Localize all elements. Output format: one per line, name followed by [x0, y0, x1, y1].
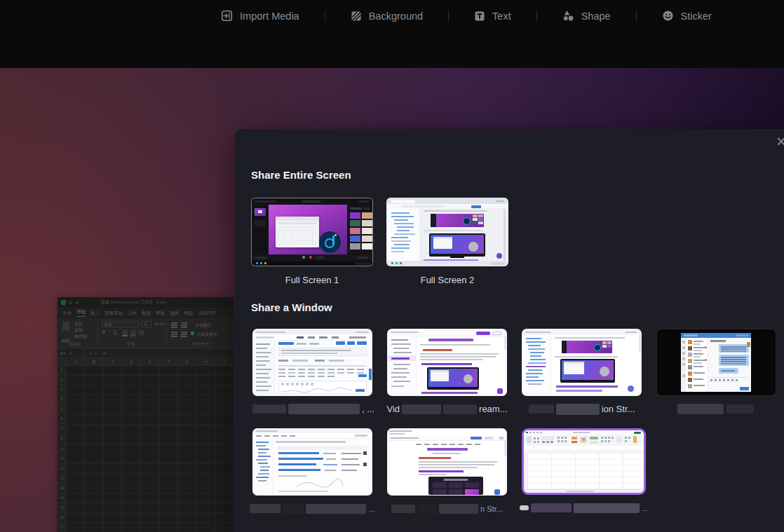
- window-3-preview: [522, 329, 641, 395]
- share-a-window-heading: Share a Window: [251, 301, 332, 313]
- top-black-area: Import Media Background Text Shape: [0, 0, 784, 68]
- excel-window-title: 新建 Microsoft Excel 工作表 - Excel: [101, 299, 167, 306]
- thumbnail-window-4[interactable]: [656, 329, 776, 396]
- excel-quick-access: [75, 301, 79, 304]
- fullscreen-row: Full Screen 1: [251, 198, 508, 285]
- excel-quick-access: [69, 301, 72, 304]
- background-icon: [351, 11, 362, 22]
- background-button[interactable]: Background: [325, 11, 448, 22]
- excel-copy-label: 复制: [74, 327, 83, 334]
- sticker-label: Sticker: [681, 11, 712, 22]
- thumbnail-window-3[interactable]: [522, 329, 642, 396]
- excel-tab[interactable]: 万兴PDF: [198, 311, 216, 317]
- excel-cells: [66, 365, 234, 532]
- excel-align-group: 对齐方式: [192, 341, 209, 348]
- full-screen-2-preview: [387, 198, 508, 266]
- text-button[interactable]: Text: [449, 11, 536, 22]
- window-6-label: n Str...: [391, 503, 503, 514]
- share-screen-dialog: × Share Entire Screen: [235, 129, 784, 532]
- thumbnail-full-screen-2[interactable]: [386, 198, 508, 266]
- excel-font-name: 等线: [104, 322, 112, 328]
- window-4-label: [677, 403, 756, 415]
- import-icon: [221, 10, 233, 22]
- window-2-preview: [388, 329, 506, 395]
- excel-font-group: 字体: [126, 341, 135, 348]
- thumbnail-window-2[interactable]: [387, 329, 507, 396]
- editor-toolbar: Import Media Background Text Shape: [0, 0, 784, 32]
- excel-clipboard-group: 剪贴板: [69, 341, 81, 348]
- excel-grid: 123456789101112131415161718: [58, 365, 234, 532]
- window-2-label: Vid ream...: [386, 403, 507, 415]
- window-4-preview: [657, 329, 776, 395]
- excel-merge-label: 合并后居中: [196, 332, 217, 338]
- import-media-label: Import Media: [240, 11, 299, 22]
- excel-tab[interactable]: 视图: [170, 311, 179, 317]
- excel-tab[interactable]: 审阅: [156, 311, 165, 317]
- excel-tab[interactable]: 开始: [76, 309, 86, 317]
- shape-icon: [562, 10, 574, 22]
- excel-tab[interactable]: 页面布局: [104, 311, 123, 317]
- close-icon[interactable]: ×: [776, 135, 784, 148]
- window-row-1: , ...: [252, 329, 776, 415]
- window-1-label: , ...: [250, 403, 374, 415]
- thumbnail-window-5[interactable]: [252, 428, 372, 496]
- import-media-button[interactable]: Import Media: [196, 10, 325, 22]
- full-screen-1-label: Full Screen 1: [285, 275, 339, 285]
- excel-fx-icon: fx: [103, 351, 107, 355]
- excel-row-headers: 123456789101112131415161718: [58, 365, 67, 532]
- background-label: Background: [369, 11, 423, 22]
- excel-painter-label: 格式刷: [74, 334, 87, 340]
- thumbnail-window-1[interactable]: [252, 329, 372, 396]
- excel-tab[interactable]: 插入: [90, 311, 100, 317]
- window-7-label: ...: [520, 502, 648, 514]
- window-5-label: ...: [250, 503, 374, 514]
- window-3-label: ion Str...: [529, 403, 635, 415]
- excel-col-headers: ABCDEFGHI: [58, 358, 234, 365]
- background-excel-window: 新建 Microsoft Excel 工作表 - Excel 文件开始插入页面布…: [58, 297, 234, 532]
- excel-font-size: 11: [143, 322, 147, 326]
- sticker-button[interactable]: Sticker: [637, 10, 737, 22]
- sticker-icon: [662, 10, 674, 22]
- excel-ribbon: 粘贴 剪切 复制 格式刷 剪贴板 等线 11 A˄ A˅ B I U 字体 自动…: [58, 318, 234, 348]
- window-5-preview: [253, 429, 372, 495]
- full-screen-2-label: Full Screen 2: [421, 275, 475, 285]
- window-row-2: ...: [252, 428, 646, 514]
- excel-tab[interactable]: 数据: [142, 311, 151, 317]
- excel-formula-bar: A1▾ ✕ ✓ fx: [58, 348, 234, 358]
- excel-tab[interactable]: 文件: [62, 311, 72, 317]
- excel-ribbon-tabs: 文件开始插入页面布局公式数据审阅视图帮助万兴PDF: [58, 308, 234, 318]
- text-label: Text: [492, 11, 511, 22]
- thumbnail-full-screen-1[interactable]: [251, 198, 373, 266]
- excel-wrap-label: 自动换行: [195, 322, 212, 329]
- window-6-preview: [388, 429, 506, 495]
- share-entire-screen-heading: Share Entire Screen: [251, 169, 351, 181]
- window-1-preview: [253, 329, 372, 395]
- excel-tab[interactable]: 公式: [128, 311, 137, 317]
- text-icon: [474, 11, 485, 22]
- excel-cell-reference: A1: [60, 351, 65, 355]
- window-7-preview: [524, 430, 644, 493]
- thumbnail-window-6[interactable]: [387, 428, 507, 496]
- excel-tab[interactable]: 帮助: [184, 311, 193, 317]
- screen-share-app: { "toolbar": { "items": [ {"label": "Imp…: [0, 0, 784, 532]
- excel-title-bar: 新建 Microsoft Excel 工作表 - Excel: [58, 297, 234, 308]
- excel-cut-label: 剪切: [74, 321, 83, 327]
- shape-label: Shape: [581, 11, 611, 22]
- excel-app-icon: [61, 300, 66, 305]
- thumbnail-window-7-selected[interactable]: [522, 428, 646, 495]
- full-screen-1-preview: [252, 198, 372, 266]
- shape-button[interactable]: Shape: [537, 10, 636, 22]
